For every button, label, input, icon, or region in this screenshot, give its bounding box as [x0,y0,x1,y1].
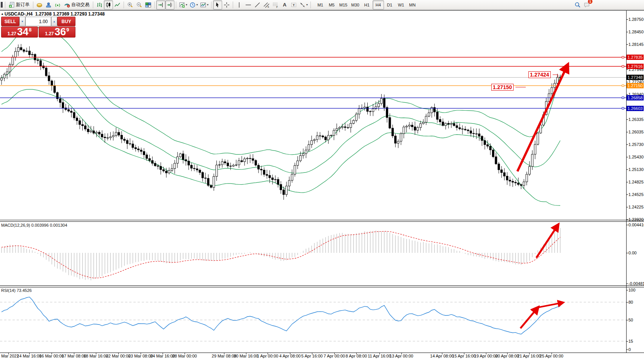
separator [124,2,124,8]
ask-sup: 9 [66,28,69,32]
shapes-arrows-button[interactable]: ▾ [298,0,309,9]
signal-icon [55,2,61,8]
bid-big: 34 [17,27,28,37]
cursor-button[interactable] [213,0,222,9]
channel-button[interactable]: E [262,0,271,9]
crosshair-button[interactable] [222,0,231,9]
zoom-in-button[interactable] [125,0,135,9]
one-click-trading-panel: SELL ▼ ▲ BUY 1.27348 1.27369 [1,17,75,38]
toolbar: 新订单 自动交易 [0,0,644,10]
svg-text:T: T [293,3,295,7]
level-handle [622,85,624,86]
timeframe-h1-button[interactable]: H1 [361,0,373,9]
clipped-window-icon [1,2,3,8]
buy-button[interactable]: BUY [57,17,75,26]
timeframe-d1-button[interactable]: D1 [384,0,395,9]
bid-sup: 8 [29,28,31,32]
signals-button[interactable] [53,0,62,9]
auto-scroll-icon [158,2,164,8]
timeframe-m30-button[interactable]: M30 [349,0,361,9]
person-icon [45,2,52,8]
spin-down-icon: ▼ [21,20,24,23]
level-handle [622,97,624,99]
auto-scroll-button[interactable] [156,0,165,9]
auto-trading-label: 自动交易 [71,2,89,8]
separator [211,2,212,8]
horizontal-line-button[interactable] [244,0,253,9]
timeframe-group: M1M5M15M30H1H4D1W1MN [315,0,418,9]
search-icon [575,2,581,8]
chart-canvas[interactable] [0,0,644,359]
dropdown-caret: ▾ [306,3,308,6]
main-pane[interactable] [0,11,626,219]
search-button[interactable] [573,0,582,9]
sell-button[interactable]: SELL [1,17,19,26]
volume-decrease-button[interactable]: ▼ [19,17,25,26]
candlestick-chart-icon [105,2,111,8]
sell-price-button[interactable]: 1.27348 [1,27,38,38]
auto-trading-button[interactable]: 自动交易 [62,0,91,9]
bar-chart-button[interactable] [95,0,104,9]
notification-badge: 1 [588,0,592,4]
volume-increase-button[interactable]: ▲ [51,17,57,26]
timeframe-m1-button[interactable]: M1 [315,0,326,9]
new-order-icon [9,2,15,8]
text-button[interactable]: A [280,0,289,9]
mt4-window: 新订单 自动交易 [0,0,644,359]
gold-icon [36,2,42,8]
zoom-out-button[interactable] [135,0,144,9]
timeframe-w1-button[interactable]: W1 [395,0,407,9]
text-icon: A [283,2,286,8]
timeframe-m15-button[interactable]: M15 [337,0,349,9]
tile-windows-icon [145,2,151,8]
tile-windows-button[interactable] [144,0,153,9]
volume-input[interactable] [25,17,51,26]
zoom-out-icon [136,2,142,8]
new-chart-button[interactable]: ▾ [178,0,188,9]
level-handle [622,56,624,58]
arrows-shapes-icon [299,2,306,8]
level-handle [622,66,624,67]
dropdown-caret: ▾ [186,3,187,6]
horizontal-line-icon [245,2,251,8]
macd-pane[interactable] [0,222,626,285]
text-label-button[interactable]: T [289,0,298,9]
level-handle [622,107,624,109]
vertical-line-icon [236,2,242,8]
ask-big: 36 [55,27,66,37]
accounts-button[interactable] [44,0,53,9]
new-order-button[interactable]: 新订单 [7,0,31,9]
rsi-pane[interactable] [0,287,626,352]
timeframe-mn-button[interactable]: MN [407,0,418,9]
dropdown-caret: ▾ [207,3,208,6]
separator [176,2,176,8]
chart-shift-button[interactable] [165,0,174,9]
svg-text:E: E [268,6,269,8]
vertical-line-button[interactable] [235,0,244,9]
fibonacci-button[interactable]: F [271,0,280,9]
bid-prefix: 1.27 [8,31,16,37]
candlestick-chart-button[interactable] [104,0,113,9]
text-label-icon: T [291,2,297,8]
chart-period-button[interactable]: ▾ [188,0,199,9]
indicators-button[interactable]: ▾ [199,0,210,9]
buy-price-button[interactable]: 1.27369 [39,27,75,38]
ask-prefix: 1.27 [45,31,54,37]
bar-chart-icon [96,2,102,8]
separator [33,2,33,8]
trendline-button[interactable] [253,0,262,9]
dropdown-caret: ▾ [196,3,198,6]
chart-window[interactable]: ▴USDCAD-,H4 1.27308 1.27369 1.27293 1.27… [0,0,644,359]
separator [93,2,93,8]
toolbar-right-group: 1 [573,0,591,9]
line-chart-button[interactable] [113,0,122,9]
channel-icon: E [263,2,270,8]
cursor-icon [215,2,221,8]
market-depth-button[interactable] [35,0,44,9]
notifications-button[interactable]: 1 [582,0,591,9]
indicators-icon [200,2,206,8]
timeframe-m5-button[interactable]: M5 [326,0,337,9]
timeframe-h4-button[interactable]: H4 [373,0,384,9]
new-order-label: 新订单 [16,2,30,8]
separator [154,2,155,8]
